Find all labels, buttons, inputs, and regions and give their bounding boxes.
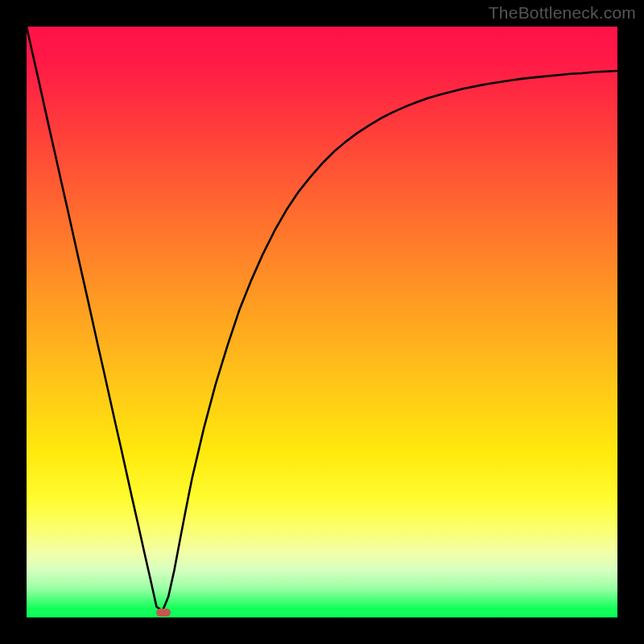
bottleneck-curve <box>27 27 617 611</box>
min-point-marker <box>156 609 171 617</box>
attribution-text: TheBottleneck.com <box>489 3 636 23</box>
plot-area <box>27 27 617 617</box>
outer-frame: TheBottleneck.com <box>0 0 644 644</box>
curve-svg <box>27 27 617 617</box>
